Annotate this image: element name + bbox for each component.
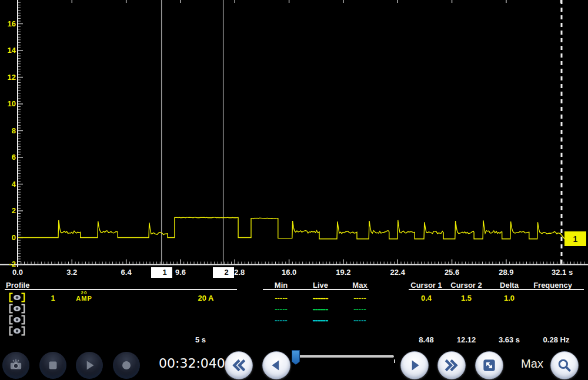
waveform-plot[interactable]: 1 [0,0,588,267]
magnifier-icon [550,351,579,379]
live-value: ------ [313,294,328,302]
amp-20-logo: 20AMP [76,291,92,302]
live-value: ------ [313,316,328,325]
x-tick-label: 2.8 [234,268,245,277]
delta-value: 1.0 [504,294,514,302]
eye-icon [9,292,25,302]
y-tick-label: 6 [1,153,16,162]
rewind-icon [225,351,253,379]
rewind-button[interactable] [225,351,253,379]
footer-cursor2: 12.12 [457,335,476,344]
data-logger-app: 1 1614121086420-2 0.03.26.49.62.816.019.… [0,0,588,380]
y-tick-label: 2 [1,207,16,215]
y-tick-label: 12 [1,73,16,82]
step-forward-icon [400,351,429,379]
time-display: 00:32:040 [159,356,223,371]
play-button[interactable] [76,352,103,379]
y-tick-label: 4 [1,180,16,189]
column-header: Cursor 2 [450,281,482,290]
column-header: Min [275,281,288,290]
channel-range: 20 A [198,294,214,302]
profile-header: Profile [6,281,29,290]
fast-forward-button[interactable] [437,351,466,379]
max-value: ----- [353,316,366,325]
cursor2-value: 1.5 [461,294,472,302]
min-value: ----- [275,305,288,314]
play-icon [76,352,103,379]
zoom-mode-label: Max [516,357,548,371]
divider [5,289,237,290]
channel-2-visibility-toggle[interactable] [9,304,25,314]
y-tick-label: 14 [1,46,16,55]
x-tick-label: 0.0 [12,268,23,277]
snapshot-button[interactable] [2,352,29,379]
x-tick-label: 19.2 [336,268,350,277]
channel-3-visibility-toggle[interactable] [9,315,25,325]
x-tick-label: 6.4 [121,268,132,277]
step-back-icon [262,351,290,379]
slider-tick [394,359,395,363]
eye-icon [9,315,25,325]
x-tick-label: 22.4 [390,268,405,277]
record-button[interactable] [113,352,140,379]
footer-cursor1: 8.48 [419,335,433,344]
x-tick-label: 32.1 s [552,268,573,277]
cursor-axis-badge-1[interactable]: 1 [151,267,172,278]
channel-4-visibility-toggle[interactable] [9,326,25,336]
channel-number: 1 [51,294,55,302]
x-tick-label: 16.0 [282,268,296,277]
cursor1-value: 0.4 [421,294,432,302]
step-forward-button[interactable] [400,351,429,379]
y-tick-label: 8 [1,127,16,135]
position-slider[interactable] [290,349,402,367]
fast-forward-icon [437,351,466,379]
max-value: ----- [353,305,366,314]
cursor-axis-badge-2[interactable]: 2 [213,267,234,278]
eye-icon [9,326,25,336]
x-tick-label: 3.2 [66,268,77,277]
slider-thumb[interactable] [292,350,300,365]
camera-icon [2,352,29,379]
x-tick-label: 25.6 [445,268,459,277]
channel-1-visibility-toggle[interactable] [9,292,25,302]
step-back-button[interactable] [262,351,290,379]
record-icon [113,352,140,379]
footer-delta: 3.63 s [499,335,520,344]
eye-icon [9,304,25,314]
live-value: ------ [313,305,328,314]
column-header: Frequency [533,281,572,290]
min-value: ----- [275,294,288,302]
column-header: Max [352,281,367,290]
stop-button[interactable] [39,352,66,379]
fit-screen-button[interactable] [475,351,503,379]
column-header: Live [313,281,328,290]
y-tick-label: 16 [1,20,16,28]
column-header: Delta [500,281,519,290]
footer-window: 5 s [195,335,206,344]
x-tick-label: 9.6 [175,268,186,277]
y-tick-label: 10 [1,100,16,108]
footer-frequency: 0.28 Hz [543,335,570,344]
min-value: ----- [275,316,288,325]
y-tick-label: -2 [1,260,16,268]
zoom-button[interactable] [550,351,579,379]
y-tick-label: 0 [1,234,16,242]
slider-track[interactable] [295,355,394,358]
column-header: Cursor 1 [410,281,442,290]
waveform-channel-1 [18,217,564,239]
x-tick-label: 28.9 [499,268,513,277]
stop-icon [39,352,66,379]
max-value: ----- [353,294,366,302]
fit-screen-icon [475,351,503,379]
channel-1-badge-label: 1 [573,234,578,244]
